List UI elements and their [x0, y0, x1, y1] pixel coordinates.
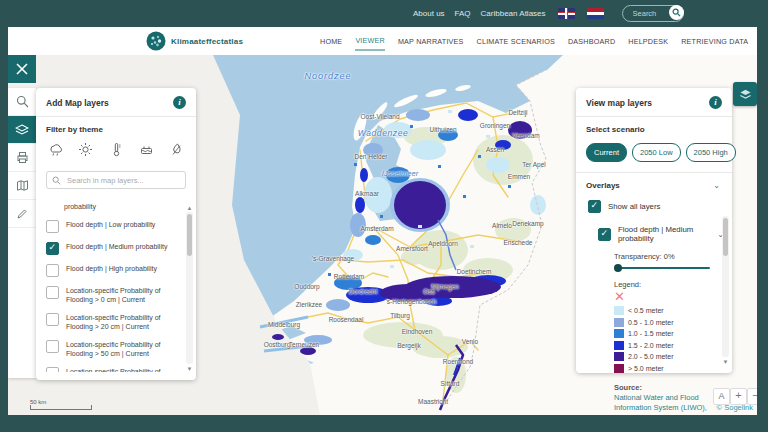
active-layer-label: Flood depth | Medium probability [618, 225, 710, 243]
tab-helpdesk[interactable]: HELPDESK [628, 33, 668, 50]
scenario-2050-high-button[interactable]: 2050 High [686, 143, 736, 162]
left-toolbar [8, 88, 36, 378]
legend-text: 0.5 - 1.0 meter [628, 319, 674, 326]
slider-handle[interactable] [614, 264, 622, 272]
layer-list-item[interactable]: Flood depth | Medium probability [46, 242, 194, 255]
list-scroll-down[interactable]: ▼ [186, 366, 193, 372]
select-scenario-label: Select scenario [576, 117, 732, 138]
rain-theme-icon[interactable] [48, 142, 63, 161]
tab-map-narratives[interactable]: MAP NARRATIVES [398, 33, 464, 50]
panel-scrollbar-thumb[interactable] [723, 218, 728, 256]
list-scroll-up[interactable]: ▲ [186, 205, 193, 211]
drought-theme-icon[interactable] [169, 142, 184, 161]
link-faq[interactable]: FAQ [455, 9, 471, 18]
info-icon[interactable]: i [173, 96, 186, 109]
add-map-layers-panel: Add Map layers i Filter by theme [36, 88, 196, 380]
show-all-layers-checkbox[interactable] [588, 200, 601, 213]
layer-list-item[interactable]: Flood depth | Low probability [46, 220, 194, 233]
site-search-input[interactable] [631, 8, 665, 19]
layer-list-item[interactable]: probability [46, 202, 194, 211]
search-icon [16, 95, 29, 108]
list-scrollbar-thumb[interactable] [187, 214, 192, 256]
active-layer-row[interactable]: Flood depth | Medium probability ⌄ [576, 221, 732, 245]
tool-print-button[interactable] [8, 144, 36, 172]
legend-text: 1.0 - 1.5 meter [628, 330, 674, 337]
overlays-section-header[interactable]: Overlays ⌄ [576, 173, 732, 196]
tab-home[interactable]: HOME [320, 33, 342, 50]
layer-item-checkbox[interactable] [46, 242, 59, 255]
add-panel-title: Add Map layers [46, 98, 109, 108]
layer-item-checkbox[interactable] [46, 367, 59, 372]
font-size-button[interactable]: A [713, 388, 730, 405]
site-search[interactable] [622, 5, 684, 22]
layer-list-item[interactable]: Location-specific Probability of Floodin… [46, 313, 194, 331]
dutch-flag-icon[interactable] [587, 8, 604, 19]
printer-icon [16, 151, 29, 164]
map-canvas[interactable]: NoordzeeWaddenzeeIJsselmeerOost-Vlieland… [8, 55, 757, 415]
legend-row: 0.5 - 1.0 meter [614, 318, 732, 327]
layer-list-item[interactable]: Location-specific Probability of Floodin… [46, 367, 194, 372]
layer-item-label: Location-specific Probability of Floodin… [66, 367, 174, 372]
map-scale-bar: 50 km [30, 399, 92, 410]
layer-item-label: probability [64, 202, 172, 211]
no-data-x-icon: ✕ [576, 291, 732, 303]
layer-list-item[interactable]: Location-specific Probability of Floodin… [46, 286, 194, 304]
legend-row: < 0.5 meter [614, 306, 732, 315]
layer-list-item[interactable]: Flood depth | High probability [46, 264, 194, 277]
english-flag-icon[interactable] [558, 8, 575, 19]
tab-viewer[interactable]: VIEWER [355, 32, 385, 51]
tool-draw-button[interactable] [8, 200, 36, 228]
zoom-in-button[interactable]: + [730, 388, 747, 405]
panel-scrollbar[interactable] [722, 216, 729, 357]
layer-item-checkbox[interactable] [46, 264, 59, 277]
show-all-layers-row[interactable]: Show all layers [576, 196, 732, 221]
feedback-panel-toggle-button[interactable] [733, 82, 757, 106]
link-caribbean-atlases[interactable]: Caribbean Atlases [481, 9, 546, 18]
view-panel-title: View map layers [586, 98, 652, 108]
list-scrollbar[interactable] [186, 212, 193, 364]
panel-scroll-down[interactable]: ▼ [722, 359, 729, 365]
zoom-out-button[interactable]: − [747, 388, 757, 405]
top-utility-bar: About us FAQ Caribbean Atlases [0, 0, 768, 27]
info-icon[interactable]: i [709, 96, 722, 109]
active-layer-checkbox[interactable] [598, 228, 611, 241]
tab-retrieving-data[interactable]: RETRIEVING DATA [681, 33, 748, 50]
sun-theme-icon[interactable] [78, 142, 93, 161]
scale-label: 50 km [30, 399, 46, 405]
bottom-frame [0, 415, 768, 432]
legend-row: 1.0 - 1.5 meter [614, 329, 732, 338]
transparency-slider[interactable] [614, 267, 710, 269]
layer-item-checkbox[interactable] [46, 286, 59, 299]
link-about-us[interactable]: About us [413, 9, 445, 18]
overlays-label: Overlays [586, 181, 620, 190]
layer-item-label: Location-specific Probability of Floodin… [66, 340, 174, 358]
source-link[interactable]: National Water and Flood Information Sys… [576, 393, 732, 415]
brand-logo[interactable]: Klimaateffectatlas [146, 31, 243, 51]
chevron-down-icon[interactable]: ⌄ [713, 181, 720, 190]
layers-stack-icon [739, 88, 752, 101]
legend-row: > 5.0 meter [614, 364, 732, 373]
layer-list-item[interactable]: Location-specific Probability of Floodin… [46, 340, 194, 358]
layer-item-checkbox[interactable] [46, 340, 59, 353]
scenario-2050-low-button[interactable]: 2050 Low [632, 143, 681, 162]
source-label: Source: [576, 375, 732, 393]
legend-text: < 0.5 meter [628, 307, 664, 314]
scenario-current-button[interactable]: Current [586, 143, 627, 162]
tool-layers-button[interactable] [8, 116, 36, 144]
close-sidebar-button[interactable] [8, 55, 36, 83]
tool-search-button[interactable] [8, 88, 36, 116]
legend-swatch [614, 306, 624, 315]
layer-item-checkbox[interactable] [46, 220, 59, 233]
layer-search-input[interactable] [65, 175, 179, 186]
search-icon[interactable] [669, 5, 684, 20]
heat-theme-icon[interactable] [109, 142, 124, 161]
flood-theme-icon[interactable] [139, 142, 154, 161]
layer-search-box[interactable] [46, 171, 186, 189]
pencil-icon [16, 208, 28, 220]
close-icon [16, 63, 28, 75]
tool-compare-maps-button[interactable] [8, 172, 36, 200]
tab-dashboard[interactable]: DASHBOARD [568, 33, 615, 50]
layer-item-checkbox[interactable] [46, 313, 59, 326]
tab-climate-scenarios[interactable]: CLIMATE SCENARIOS [477, 33, 555, 50]
brand-name: Klimaateffectatlas [171, 37, 243, 46]
